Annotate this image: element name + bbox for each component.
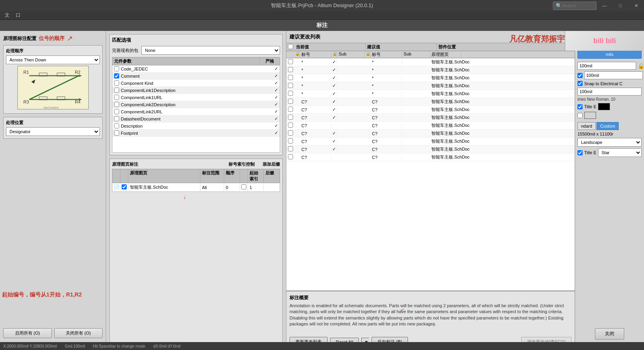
maximize-button[interactable]: □ — [612, 0, 628, 11]
tab-standard[interactable]: ndard — [577, 122, 596, 130]
param-checkbox-complink1url[interactable] — [114, 95, 119, 100]
page-index-checkbox[interactable] — [241, 184, 246, 189]
schematic-detail-col-header — [461, 51, 575, 58]
sub-col-header: Sub — [337, 51, 365, 58]
processing-position-section: 处理位置 Designator Center — [3, 117, 103, 139]
title-e-label: Title E — [584, 104, 596, 109]
row-checkbox[interactable] — [288, 115, 293, 120]
star-dropdown[interactable]: Star — [598, 148, 642, 157]
close-dialog-button[interactable]: 关闭 — [595, 328, 624, 340]
add-suffix-label: 添加后缀 — [263, 161, 280, 167]
annotation-order-label: 位号的顺序 — [39, 35, 65, 42]
color-row-2 — [577, 112, 642, 119]
processing-order-label: 处理顺序 — [6, 48, 100, 54]
start-index-arrow: ↓ — [183, 194, 186, 200]
row-checkbox[interactable] — [288, 83, 293, 88]
svg-text:MyChinaEle: MyChinaEle — [44, 106, 59, 109]
minimize-button[interactable]: — — [596, 0, 612, 11]
row-checkbox[interactable] — [288, 99, 293, 104]
param-checkbox-complink2desc[interactable] — [114, 102, 119, 107]
search-input[interactable] — [562, 3, 594, 8]
row-checkbox[interactable] — [288, 75, 293, 80]
enable-all-button[interactable]: 启用所有 (O) — [3, 328, 52, 338]
row-checkbox[interactable] — [288, 138, 293, 143]
size-tabs: ndard Custom — [577, 122, 642, 130]
lock-icon-1[interactable]: 🔒 — [638, 63, 644, 69]
size-value: 15500mil x 11100r — [577, 132, 642, 136]
color-checkbox-1[interactable] — [577, 104, 583, 109]
page-order: 0 — [224, 184, 240, 191]
select-all-checkbox[interactable] — [288, 44, 293, 49]
input2-row: G — [577, 71, 642, 79]
col-header-schematic: 原理图页 — [128, 169, 200, 183]
dialog-title: 标注 — [316, 22, 328, 29]
suggestions-sub-header: 🔒 标号 🔒 Sub 🔒 标号 Sub 原理图页 — [286, 51, 575, 58]
param-checkbox-comment[interactable] — [114, 73, 119, 78]
menubar: 文 口 — [0, 11, 644, 20]
suggestions-table-body: * ✓ * 智能车主板.SchDoc * ✓ — [286, 58, 575, 291]
param-checkbox-description[interactable] — [114, 123, 119, 128]
font-label: imes New Roman, 10 — [577, 97, 642, 101]
menu-item-kou[interactable]: 口 — [13, 11, 24, 20]
row-checkbox[interactable] — [288, 122, 293, 128]
color-checkbox-2[interactable] — [577, 113, 583, 118]
close-button[interactable]: ✕ — [628, 0, 644, 11]
color-swatch-2[interactable] — [584, 112, 596, 119]
row-checkbox[interactable] — [288, 107, 293, 112]
row-checkbox[interactable] — [288, 130, 293, 136]
param-checkbox-complink2url[interactable] — [114, 109, 119, 114]
col-header-suffix: 后缀 — [264, 169, 280, 183]
row-checkbox[interactable] — [288, 146, 293, 151]
page-suffix — [264, 187, 280, 188]
bilibili-logo: bili bili — [565, 31, 644, 51]
title-star-checkbox[interactable] — [577, 150, 583, 155]
pages-col-headers: 原理图页 标注范围 顺序 起始索引 后缀 — [112, 169, 280, 183]
input-3[interactable] — [577, 88, 642, 96]
params-col-header: 元件参数 — [112, 57, 260, 65]
param-checkbox-complink1desc[interactable] — [114, 88, 119, 93]
row-checkbox[interactable] — [288, 59, 293, 64]
param-checkbox-component-kind[interactable] — [114, 80, 119, 86]
table-row: C? ✓ C? 智能车主板.SchDoc — [286, 130, 575, 138]
index-control-label: 标号索引控制 — [229, 161, 255, 167]
suggested-value-header: 建议值 — [366, 43, 437, 51]
table-row: * ✓ * 智能车主板.SchDoc — [286, 82, 575, 90]
table-row: * ✓ * 智能车主板.SchDoc — [286, 58, 575, 66]
row-checkbox[interactable] — [288, 67, 293, 72]
col-header-order: 顺序 — [224, 169, 240, 183]
config-title: 原理图标注配置 — [3, 35, 36, 42]
table-row: C? ✓ C? 智能车主板.SchDoc — [286, 98, 575, 106]
complete-packages-dropdown[interactable]: None All — [141, 46, 280, 55]
suggested-designator-col-header: 标号 — [370, 51, 402, 58]
search-icon: 🔍 — [556, 3, 562, 9]
param-checkbox-datasheet[interactable] — [114, 116, 119, 121]
strict-col-header: 严格 — [260, 57, 280, 65]
disable-all-button[interactable]: 关闭所有 (O) — [54, 328, 103, 338]
menu-item-wen[interactable]: 文 — [2, 11, 13, 20]
row-checkbox[interactable] — [288, 91, 293, 96]
snap-row: Snap to Electrical C — [577, 81, 642, 86]
page-checkbox[interactable] — [122, 184, 127, 189]
processing-order-dropdown[interactable]: Across Then Down Down Then Across — [6, 55, 100, 64]
complete-packages-row: 完善现有的包 None All — [112, 46, 280, 55]
table-row: C? ✓ C? 智能车主板.SchDoc — [286, 106, 575, 114]
far-right-panel: s (and 11 more) ▼ eters mils 🔒 G — [575, 31, 644, 350]
snap-input-2[interactable] — [584, 71, 643, 79]
mils-button[interactable]: mils — [577, 50, 642, 59]
input2-checkbox[interactable] — [577, 73, 583, 78]
search-area[interactable]: 🔍 — [553, 2, 596, 10]
snap-input-1[interactable] — [577, 62, 636, 70]
table-row: * ✓ * 智能车主板.SchDoc — [286, 90, 575, 98]
col-header-index: 起始索引 — [248, 169, 264, 183]
snap-checkbox[interactable] — [577, 81, 583, 86]
processing-position-dropdown[interactable]: Designator Center — [6, 127, 100, 136]
tab-custom[interactable]: Custom — [596, 122, 619, 130]
row-checkbox[interactable] — [288, 154, 293, 159]
param-row-complink2desc: ComponentLink2Description ✓ — [112, 101, 280, 108]
param-checkbox-code-jedec[interactable] — [114, 66, 119, 71]
color-swatch-1[interactable] — [598, 103, 610, 110]
param-checkbox-footprint[interactable] — [114, 130, 119, 136]
orientation-dropdown[interactable]: Landscape Portrait — [577, 138, 642, 147]
z-order-diagram: R1 R2 R3 R4 — [17, 66, 89, 109]
arrow-icon: ↗ — [67, 34, 73, 43]
